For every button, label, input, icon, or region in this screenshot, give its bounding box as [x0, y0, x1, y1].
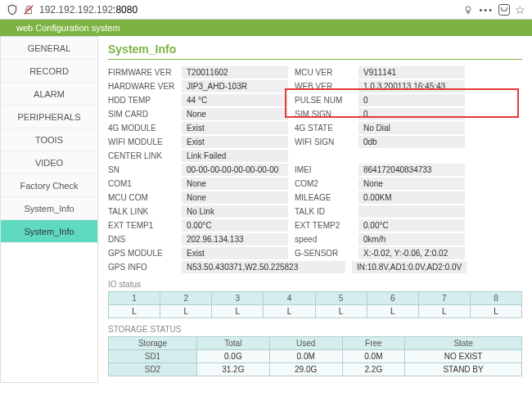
info-label: DNS: [108, 233, 175, 245]
banner: web Configuration system: [0, 20, 532, 36]
info-value: No Dial: [358, 122, 465, 134]
io-header: 2: [160, 292, 212, 305]
info-value: Exist: [182, 136, 288, 148]
info-label: SN: [108, 164, 175, 176]
storage-header: Total: [196, 337, 269, 350]
info-label: 4G MODULE: [108, 122, 175, 134]
gps-info-label: GPS INFO: [108, 261, 175, 273]
info-label: SIM SIGN: [295, 108, 352, 120]
storage-cell: 2.2G: [342, 363, 405, 376]
info-grid: FIRMWARE VERT20011602MCU VERV911141HARDW…: [108, 66, 522, 259]
io-header: 8: [470, 292, 521, 305]
shield-icon: [7, 4, 18, 16]
info-value: T20011602: [182, 66, 288, 79]
io-cell: L: [160, 305, 212, 318]
address-bar: 192.192.192.192:8080 ••• ☆: [0, 0, 532, 20]
storage-cell: NO EXIST: [405, 350, 522, 363]
info-value: 202.96.134.133: [182, 233, 288, 245]
info-label: HARDWARE VER: [108, 80, 175, 92]
storage-cell: 0.0M: [342, 350, 405, 363]
io-cell: L: [418, 305, 470, 318]
info-label: HDD TEMP: [108, 94, 175, 106]
info-label: PULSE NUM: [295, 94, 352, 106]
svg-point-2: [467, 6, 471, 11]
io-header: 4: [264, 292, 315, 305]
info-value: V911141: [358, 66, 465, 79]
sidebar-item-factory[interactable]: Factory Check: [1, 174, 97, 197]
sidebar-item-record[interactable]: RECORD: [1, 60, 97, 83]
pocket-icon[interactable]: [498, 4, 510, 16]
info-label: TALK ID: [295, 205, 352, 218]
info-label: COM1: [108, 178, 175, 190]
info-label: TALK LINK: [108, 205, 175, 218]
info-value: Exist: [182, 122, 288, 134]
info-value: 864172040834733: [358, 164, 465, 176]
io-header: 6: [367, 292, 418, 305]
info-label: G-SENSOR: [295, 247, 352, 259]
info-label: MCU VER: [295, 66, 352, 79]
storage-status-label: STORAGE STATUS: [108, 325, 522, 334]
gps-info-left: N53.50.430371,W2.50.225823: [182, 261, 345, 273]
storage-header: Used: [269, 337, 342, 350]
info-label: WIFI MODULE: [108, 136, 175, 148]
sidebar: GENERAL RECORD ALARM PERIPHERALS TOOIS V…: [0, 36, 98, 383]
io-header: 1: [109, 292, 160, 305]
url-text[interactable]: 192.192.192.192:8080: [39, 4, 458, 16]
sidebar-item-alarm[interactable]: ALARM: [1, 83, 97, 106]
info-value: 0: [358, 94, 465, 106]
info-label: SIM CARD: [108, 108, 175, 120]
io-cell: L: [367, 305, 418, 318]
info-value: 0.00°C: [358, 219, 465, 232]
info-value: 44 °C: [182, 94, 288, 106]
io-status-label: IO status: [108, 280, 522, 289]
sidebar-item-peripherals[interactable]: PERIPHERALS: [1, 106, 97, 128]
page-title: System_Info: [108, 43, 522, 60]
info-value: 0db: [358, 136, 465, 148]
info-label: COM2: [295, 178, 352, 190]
info-value: 0.00°C: [182, 219, 288, 232]
info-value: 0: [358, 108, 465, 120]
io-header: 5: [315, 292, 367, 305]
more-icon[interactable]: •••: [479, 5, 494, 15]
info-label: 4G STATE: [295, 122, 352, 134]
storage-cell: 0.0M: [269, 350, 342, 363]
info-label: FIRMWARE VER: [108, 66, 175, 79]
svg-rect-3: [467, 11, 469, 12]
info-label: IMEI: [295, 164, 352, 176]
io-header: 3: [212, 292, 264, 305]
storage-cell: SD1: [109, 350, 197, 363]
storage-header: State: [405, 337, 522, 350]
sidebar-item-video[interactable]: VIDEO: [1, 151, 97, 174]
io-table: 12345678LLLLLLLL: [108, 291, 522, 318]
storage-cell: 0.0G: [196, 350, 269, 363]
io-cell: L: [264, 305, 315, 318]
info-label: EXT TEMP1: [108, 219, 175, 232]
info-value: Exist: [182, 247, 288, 259]
info-label: speed: [295, 233, 352, 245]
info-value: None: [182, 178, 288, 190]
info-value: 1.0.3,200113 16:45:43: [358, 80, 465, 92]
info-value: None: [182, 191, 288, 204]
sidebar-item-tools[interactable]: TOOIS: [1, 128, 97, 151]
info-label: GPS MODULE: [108, 247, 175, 259]
io-cell: L: [470, 305, 521, 318]
storage-cell: 29.0G: [269, 363, 342, 376]
info-value: JIP3_AHD-103R: [182, 80, 288, 92]
storage-cell: SD2: [109, 363, 197, 376]
info-label: CENTER LINK: [108, 150, 175, 162]
star-icon[interactable]: ☆: [515, 3, 525, 16]
info-label: WIFI SIGN: [295, 136, 352, 148]
io-cell: L: [315, 305, 367, 318]
sidebar-item-sysinfo[interactable]: System_Info: [1, 197, 97, 220]
info-value: X:-0.02, Y:-0.06, Z:0.02: [358, 247, 465, 259]
lock-disabled-icon: [23, 4, 34, 16]
main-panel: System_Info FIRMWARE VERT20011602MCU VER…: [98, 36, 532, 383]
reader-icon[interactable]: [462, 4, 474, 16]
info-value: 0.00KM: [358, 191, 465, 204]
sidebar-item-general[interactable]: GENERAL: [1, 37, 97, 60]
info-value: None: [358, 178, 465, 190]
info-value: Link Failed: [182, 150, 288, 162]
sidebar-item-sysinfo-active[interactable]: System_Info: [1, 220, 97, 243]
io-cell: L: [109, 305, 160, 318]
storage-header: Storage: [109, 337, 197, 350]
